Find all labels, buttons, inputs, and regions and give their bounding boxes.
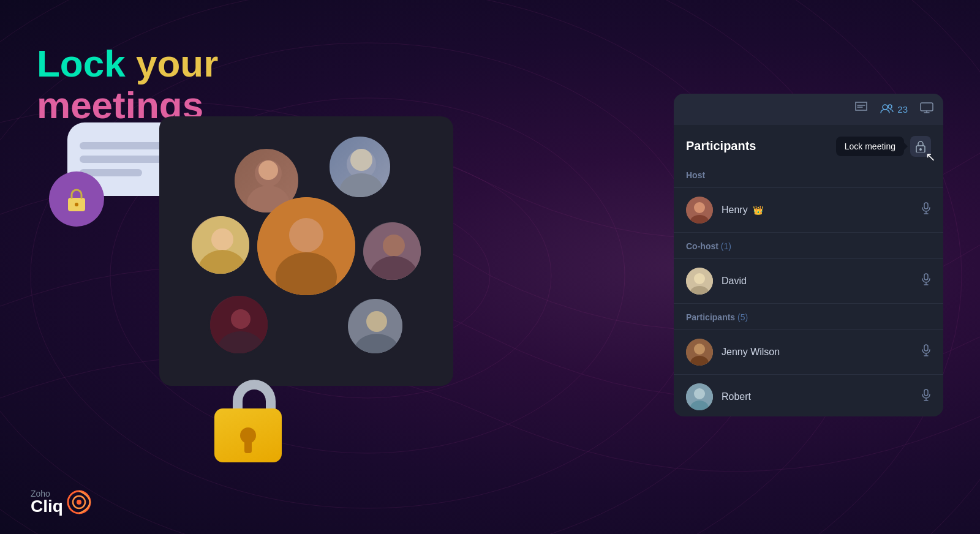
panel-header: Participants Lock meeting ↖: [674, 125, 943, 164]
lock-keyhole: [240, 427, 256, 443]
host-mic-icon[interactable]: [921, 202, 931, 217]
robert-mic-icon[interactable]: [921, 389, 931, 404]
lock-illustration: [214, 375, 294, 461]
divider-1: [674, 187, 943, 188]
participant-avatar-3: [190, 214, 251, 276]
divider-3: [674, 258, 943, 259]
svg-point-16: [339, 173, 383, 199]
participant-avatar-6: [346, 297, 404, 355]
svg-rect-48: [924, 345, 928, 351]
video-conference-grid: [159, 116, 453, 386]
svg-point-38: [694, 202, 705, 213]
title-your: your: [126, 42, 219, 85]
robert-name: Robert: [722, 391, 913, 402]
participant-avatar-2: [328, 135, 392, 199]
svg-point-32: [883, 105, 888, 110]
jenny-mic-icon[interactable]: [921, 344, 931, 359]
svg-rect-44: [924, 274, 928, 280]
cohost-mic-icon[interactable]: [921, 273, 931, 288]
main-content: Lock your meetings: [0, 0, 980, 534]
jenny-name: Jenny Wilson: [722, 347, 913, 358]
lock-body: [214, 408, 282, 462]
participant-avatar-main: [257, 197, 355, 295]
screen-share-icon[interactable]: [920, 101, 933, 118]
svg-point-10: [75, 203, 78, 206]
participants-section-label: Participants (5): [674, 306, 943, 327]
divider-5: [674, 329, 943, 330]
cliq-logo-icon: [66, 489, 92, 516]
divider-2: [674, 232, 943, 233]
svg-point-21: [289, 218, 323, 252]
svg-point-42: [694, 273, 705, 284]
host-avatar: [686, 197, 713, 224]
svg-rect-40: [924, 203, 928, 209]
participants-count-icon[interactable]: 23: [880, 102, 908, 116]
mouse-cursor: ↖: [925, 149, 936, 164]
svg-rect-34: [921, 103, 933, 111]
host-row[interactable]: Henry 👑: [674, 190, 943, 230]
title-lock: Lock: [37, 42, 126, 85]
panel-title: Participants: [686, 139, 756, 153]
lock-bubble-small: [49, 171, 104, 227]
left-section: Lock your meetings: [37, 24, 674, 510]
host-section-label: Host: [674, 164, 943, 185]
host-name: Henry 👑: [722, 205, 913, 216]
logo-text-block: Zoho Cliq: [31, 489, 63, 515]
svg-point-50: [694, 388, 705, 399]
participant-row-robert[interactable]: Robert: [674, 377, 943, 416]
svg-point-18: [211, 228, 233, 250]
cohost-avatar: [686, 268, 713, 295]
svg-rect-52: [924, 389, 928, 396]
chat-icon[interactable]: [854, 101, 868, 118]
lock-button-wrapper: Lock meeting ↖: [910, 136, 931, 157]
cohost-section-label: Co-host (1): [674, 235, 943, 256]
svg-point-12: [258, 160, 278, 180]
participant-avatar-5: [208, 294, 270, 355]
participant-avatar-4: [361, 220, 423, 282]
divider-4: [674, 303, 943, 304]
svg-point-15: [350, 149, 372, 171]
hero-title: Lock your meetings: [37, 43, 218, 126]
svg-point-55: [77, 500, 81, 505]
svg-point-46: [694, 344, 705, 355]
lock-meeting-tooltip: Lock meeting: [836, 137, 904, 156]
svg-point-36: [919, 148, 922, 151]
zoho-cliq-logo: Zoho Cliq: [31, 489, 92, 516]
robert-avatar: [686, 383, 713, 410]
tooltip-text: Lock meeting: [845, 141, 895, 151]
host-crown-icon: 👑: [753, 205, 763, 215]
panel-topbar: 23: [674, 94, 943, 125]
cohost-row[interactable]: David: [674, 261, 943, 301]
participant-row-jenny[interactable]: Jenny Wilson: [674, 333, 943, 372]
svg-point-30: [366, 311, 387, 332]
svg-point-27: [231, 309, 251, 329]
divider-6: [674, 374, 943, 375]
logo-cliq-text: Cliq: [31, 498, 63, 515]
chat-line-1: [80, 142, 168, 149]
participant-total-count: 23: [897, 104, 908, 115]
jenny-avatar: [686, 339, 713, 366]
svg-point-33: [888, 105, 892, 108]
participants-panel: 23 Participants: [674, 94, 943, 416]
cohost-name: David: [722, 276, 913, 287]
svg-point-24: [383, 235, 405, 257]
chat-line-2: [80, 156, 168, 163]
